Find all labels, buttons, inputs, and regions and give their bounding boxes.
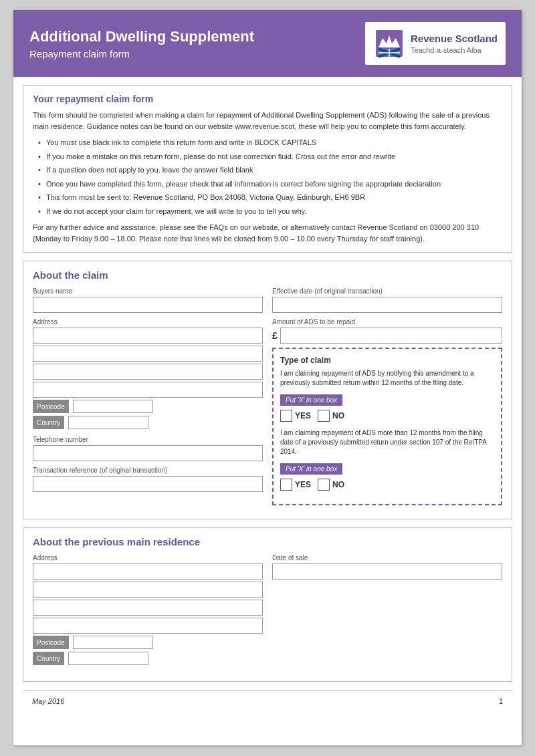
claim-type-box: Type of claim I am claiming repayment of… [272, 348, 502, 505]
yes-checkbox-2[interactable] [280, 479, 292, 491]
buyers-name-input[interactable] [33, 297, 263, 313]
previous-address-col: Address Postcode Country [33, 554, 263, 668]
bullet-item: This form must be sent to: Revenue Scotl… [38, 192, 502, 203]
buyers-name-label: Buyers name [33, 287, 263, 295]
pound-sign: £ [272, 330, 278, 341]
yes-no-row-2: YES NO [280, 479, 494, 491]
no-checkbox-1[interactable] [318, 410, 330, 422]
date-of-sale-input[interactable] [272, 563, 502, 580]
logo-revenue: Revenue [411, 33, 453, 44]
header: Additional Dwelling Supplement Repayment… [13, 10, 522, 77]
footer-date: May 2016 [32, 697, 64, 705]
logo-scotland: Scotland [455, 33, 498, 44]
about-previous-section: About the previous main residence Addres… [23, 527, 512, 682]
effective-date-label: Effective date (of original transaction) [272, 287, 502, 295]
amount-row: £ [272, 328, 502, 344]
yes-checkbox-1[interactable] [280, 410, 292, 422]
address-line-1[interactable] [33, 328, 263, 344]
bullet-item: Once you have completed this form, pleas… [38, 178, 502, 190]
buyers-name-col: Buyers name [33, 287, 263, 313]
prev-postcode-row: Postcode [33, 636, 263, 649]
amount-label: Amount of ADS to be repaid [272, 318, 502, 326]
about-claim-section: About the claim Buyers name Effective da… [23, 261, 512, 519]
telephone-input[interactable] [33, 445, 263, 461]
form-row-1: Buyers name Effective date (of original … [33, 287, 502, 313]
form-row-2: Address Postcode Country [33, 318, 502, 505]
prev-address-line-3[interactable] [33, 600, 263, 616]
no-checkbox-2[interactable] [318, 479, 330, 491]
put-x-label-2: Put 'X' in one box [280, 463, 342, 475]
about-claim-title: About the claim [33, 269, 502, 281]
address-line-3[interactable] [33, 364, 263, 380]
country-label: Country [33, 416, 64, 429]
prev-postcode-input[interactable] [73, 636, 153, 649]
bullet-item: If you make a mistake on this return for… [38, 151, 502, 162]
sub-title: Repayment claim form [29, 48, 254, 59]
intro-title: Your repayment claim form [33, 94, 502, 104]
address-block [33, 328, 263, 400]
no-label-2: NO [332, 480, 344, 489]
postcode-input[interactable] [73, 400, 153, 413]
bullet-item: You must use black ink to complete this … [38, 137, 502, 148]
prev-country-label: Country [33, 652, 64, 665]
country-row: Country [33, 416, 263, 429]
revenue-scotland-logo-icon [373, 27, 405, 59]
effective-date-input[interactable] [272, 297, 502, 313]
telephone-label: Telephone number [33, 436, 263, 443]
prev-address-line-1[interactable] [33, 563, 263, 580]
date-of-sale-col: Date of sale [272, 554, 502, 668]
claim-type-text2: I am claiming repayment of ADS more than… [280, 428, 494, 457]
logo-text: Revenue Scotland Teachd-a-steach Alba [411, 32, 498, 55]
put-x-label-1: Put 'X' in one box [280, 394, 342, 406]
page: Additional Dwelling Supplement Repayment… [13, 10, 522, 745]
claim-type-title: Type of claim [280, 356, 494, 365]
postcode-row: Postcode [33, 400, 263, 413]
prev-postcode-label: Postcode [33, 636, 69, 649]
about-previous-title: About the previous main residence [33, 536, 502, 547]
yes-label-2: YES [295, 480, 311, 489]
no-label-1: NO [332, 411, 344, 420]
address-col: Address Postcode Country [33, 318, 263, 505]
address-line-4[interactable] [33, 382, 263, 398]
telephone-block: Telephone number [33, 436, 263, 461]
prev-country-row: Country [33, 652, 263, 665]
amount-claim-col: Amount of ADS to be repaid £ Type of cla… [272, 318, 502, 505]
intro-section: Your repayment claim form This form shou… [23, 85, 512, 253]
previous-address-block [33, 563, 263, 636]
address-label: Address [33, 318, 263, 326]
effective-date-col: Effective date (of original transaction) [272, 287, 502, 313]
main-title: Additional Dwelling Supplement [29, 28, 254, 45]
intro-footer-text: For any further advice and assistance, p… [33, 222, 502, 244]
bullet-item: If a question does not apply to you, lea… [38, 164, 502, 176]
date-of-sale-label: Date of sale [272, 554, 502, 561]
prev-country-input[interactable] [68, 652, 148, 665]
prev-address-line-2[interactable] [33, 582, 263, 598]
transaction-ref-input[interactable] [33, 476, 263, 492]
logo-tagline: Teachd-a-steach Alba [411, 45, 498, 55]
previous-form-row: Address Postcode Country [33, 554, 502, 668]
claim-type-text1: I am claiming repayment of ADS by notify… [280, 369, 494, 388]
country-input[interactable] [68, 416, 148, 429]
bullet-list: You must use black ink to complete this … [33, 137, 502, 217]
postcode-label: Postcode [33, 400, 69, 413]
amount-input[interactable] [280, 328, 502, 344]
header-title-block: Additional Dwelling Supplement Repayment… [29, 28, 254, 59]
previous-address-label: Address [33, 554, 263, 561]
footer: May 2016 1 [23, 690, 512, 712]
bullet-item: If we do not accept your claim for repay… [38, 206, 502, 217]
transaction-ref-block: Transaction reference (of original trans… [33, 467, 263, 492]
footer-page: 1 [499, 697, 503, 705]
prev-address-line-4[interactable] [33, 618, 263, 634]
yes-no-row-1: YES NO [280, 410, 494, 422]
logo-container: Revenue Scotland Teachd-a-steach Alba [365, 22, 506, 65]
intro-paragraph: This form should be completed when makin… [33, 110, 502, 132]
transaction-ref-label: Transaction reference (of original trans… [33, 467, 263, 474]
address-line-2[interactable] [33, 346, 263, 362]
yes-label-1: YES [295, 411, 311, 420]
